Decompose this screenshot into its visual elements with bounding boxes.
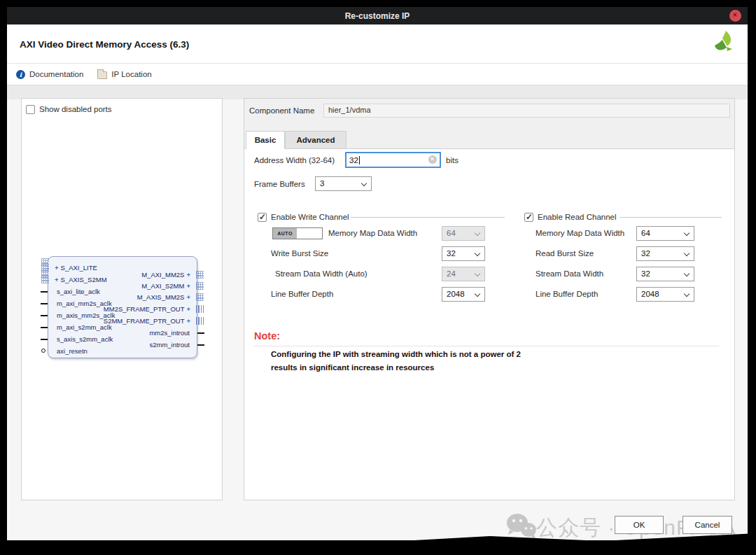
tab-advanced[interactable]: Advanced [285,131,346,149]
enable-write-channel-label: Enable Write Channel [271,213,349,221]
pin-stub [41,315,48,317]
ip-location-button[interactable]: IP Location [97,70,151,79]
port-axi-resetn[interactable]: axi_resetn [52,346,88,356]
enable-read-channel-label: Enable Read Channel [538,213,617,221]
read-burst-size-label: Read Burst Size [536,249,594,258]
toolbar: Documentation IP Location [7,64,748,85]
port-m-axis-mm2s[interactable]: M_AXIS_MM2S [137,292,192,302]
read-stream-data-width-select[interactable]: 32 [636,267,694,281]
close-icon[interactable] [729,10,741,22]
frame-buffers-label: Frame Buffers [254,180,305,188]
chevron-down-icon [684,271,690,276]
write-stream-data-width-select[interactable]: 24 [442,267,485,281]
port-s-axis-s2mm[interactable]: S_AXIS_S2MM [52,274,107,285]
write-line-buffer-depth-label: Line Buffer Depth [271,290,333,298]
pin-stub [41,327,48,329]
pin-stub [197,344,204,346]
port-s2mm-introut[interactable]: s2mm_introut [149,339,192,350]
port-mm2s-frame-ptr-out[interactable]: MM2S_FRAME_PTR_OUT [104,304,192,314]
page-title: AXI Video Direct Memory Access (6.3) [20,39,189,50]
pin-stub [41,291,48,293]
pin-stub [41,339,48,341]
port-s2mm-frame-ptr-out[interactable]: S2MM_FRAME_PTR_OUT [104,316,192,326]
write-mm-data-width-label: Memory Map Data Width [328,229,417,237]
bus-hatch-decoration [196,271,204,279]
expand-plus-icon[interactable] [186,305,190,313]
bottom-black-edge [0,531,756,555]
enable-write-channel-checkbox[interactable] [258,213,267,222]
port-m-axi-mm2s[interactable]: M_AXI_MM2S [141,269,192,280]
port-s-axi-lite[interactable]: S_AXI_LITE [52,262,97,273]
chevron-down-icon [684,291,690,297]
chevron-down-icon [475,251,480,256]
note-divider [254,346,719,346]
port-s-axi-lite-aclk[interactable]: s_axi_lite_aclk [52,286,100,297]
group-divider [351,217,505,218]
read-burst-size-select[interactable]: 32 [636,246,694,261]
chevron-down-icon [475,291,480,297]
tab-basic[interactable]: Basic [246,131,285,149]
pin-stub [197,332,204,335]
address-width-label: Address Width (32-64) [254,156,335,164]
chevron-down-icon [684,251,690,256]
expand-plus-icon[interactable] [186,317,190,325]
chevron-down-icon [684,230,690,236]
note-title: Note: [254,330,280,342]
show-disabled-ports-checkbox[interactable] [26,105,35,114]
auto-toggle-label: auto [273,228,297,239]
read-stream-data-width-label: Stream Data Width [536,269,603,278]
folder-icon [97,71,107,79]
port-mm2s-introut[interactable]: mm2s_introut [149,328,192,338]
note-line-2: results in significant increase in resou… [271,363,434,372]
window-title: Re-customize IP [345,11,410,21]
bus-hatch-decoration [196,282,204,290]
frame-buffers-select[interactable]: 3 [315,176,372,191]
reset-pin-icon [41,349,46,353]
ip-block-symbol: S_AXI_LITE S_AXIS_S2MM s_axi_lite_aclk m… [48,256,197,358]
bus-hatch-decoration [196,317,204,325]
chevron-down-icon [475,230,480,236]
chevron-down-icon [361,181,367,186]
port-s-axis-s2mm-aclk[interactable]: s_axis_s2mm_aclk [52,334,113,344]
auto-toggle[interactable]: auto [272,227,323,239]
expand-plus-icon[interactable] [186,282,190,290]
bus-hatch-decoration [41,276,49,283]
expand-plus-icon[interactable] [55,276,59,283]
ip-location-label: IP Location [111,70,151,78]
bus-hatch-decoration [196,305,204,313]
clear-icon[interactable] [428,155,437,164]
documentation-button[interactable]: Documentation [16,70,83,79]
content-top-band [7,85,748,99]
read-mm-data-width-label: Memory Map Data Width [536,229,624,237]
expand-plus-icon[interactable] [186,293,190,301]
dialog-header: AXI Video Direct Memory Access (6.3) [7,24,748,64]
bus-hatch-decoration [41,264,49,272]
window-titlebar: Re-customize IP [7,7,748,24]
expand-plus-icon[interactable] [55,264,59,272]
group-divider [620,217,722,218]
text-caret [359,156,360,164]
note-line-1: Configuring the IP with streaming width … [271,350,521,358]
port-m-axi-s2mm[interactable]: M_AXI_S2MM [141,281,192,291]
component-name-field[interactable]: hier_1/vdma [323,104,730,118]
xilinx-logo-icon [711,30,736,58]
bits-suffix-label: bits [446,156,458,164]
read-line-buffer-depth-select[interactable]: 2048 [636,287,694,302]
pin-stub [41,303,48,305]
expand-plus-icon[interactable] [186,271,190,279]
write-burst-size-label: Write Burst Size [271,249,328,258]
documentation-label: Documentation [29,70,83,78]
configuration-panel: Component Name hier_1/vdma Basic Advance… [244,98,735,500]
write-mm-data-width-select[interactable]: 64 [442,226,485,241]
write-burst-size-select[interactable]: 32 [442,246,485,261]
write-line-buffer-depth-select[interactable]: 2048 [442,287,485,302]
ip-symbol-panel: Show disabled ports S_AXI_LITE S_AXIS_S2… [21,98,223,500]
chevron-down-icon [475,271,480,276]
bus-hatch-decoration [196,293,204,301]
read-mm-data-width-select[interactable]: 64 [636,226,694,241]
enable-read-channel-checkbox[interactable] [524,213,533,222]
info-icon [16,70,25,79]
show-disabled-ports-label: Show disabled ports [39,105,112,113]
address-width-input[interactable]: 32 [345,152,441,168]
recustomize-ip-dialog: Re-customize IP AXI Video Direct Memory … [7,7,748,540]
